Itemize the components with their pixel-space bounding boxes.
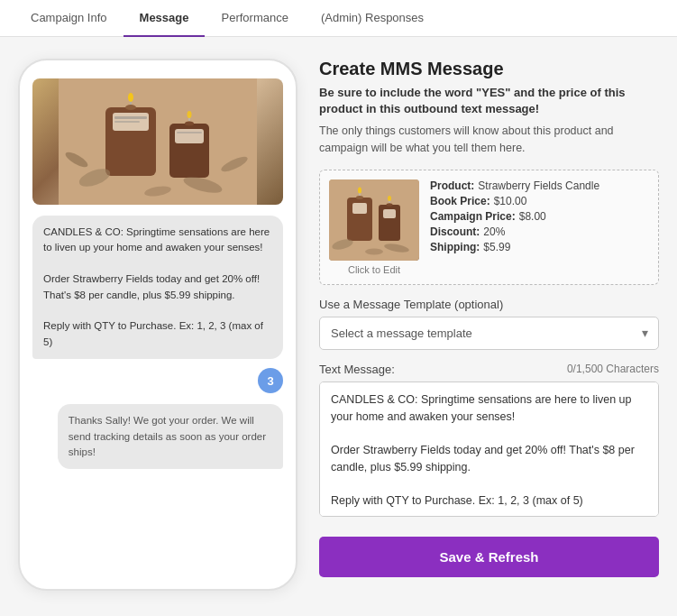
svg-rect-28 bbox=[383, 209, 396, 218]
message-badge: 3 bbox=[258, 368, 283, 393]
discount-value: 20% bbox=[483, 225, 505, 238]
svg-rect-11 bbox=[175, 129, 204, 143]
svg-point-31 bbox=[388, 196, 391, 201]
tab-campaign-info[interactable]: Campaign Info bbox=[14, 0, 124, 37]
product-info: Product: Strawberry Fields Candle Book P… bbox=[430, 179, 599, 275]
tab-performance[interactable]: Performance bbox=[205, 0, 304, 37]
svg-point-34 bbox=[365, 248, 383, 254]
campaign-price: $8.00 bbox=[519, 210, 546, 223]
product-card: Click to Edit Product: Strawberry Fields… bbox=[319, 170, 659, 285]
received-message-bubble: Thanks Sally! We got your order. We will… bbox=[58, 404, 283, 469]
svg-point-29 bbox=[387, 203, 393, 207]
shipping-label: Shipping: bbox=[430, 241, 480, 253]
discount-label: Discount: bbox=[430, 225, 480, 238]
svg-rect-4 bbox=[114, 116, 147, 119]
text-message-section: Text Message: 0/1,500 Characters CANDLES… bbox=[319, 363, 659, 520]
save-refresh-button[interactable]: Save & Refresh bbox=[319, 537, 659, 577]
panel-title: Create MMS Message bbox=[319, 59, 659, 79]
phone-mockup: CANDLES & CO: Springtime sensations are … bbox=[18, 59, 297, 591]
text-message-input[interactable]: CANDLES & CO: Springtime sensations are … bbox=[319, 382, 659, 517]
svg-rect-12 bbox=[177, 132, 202, 133]
product-name-label: Product: bbox=[430, 179, 474, 192]
tab-bar: Campaign Info Message Performance (Admin… bbox=[0, 0, 677, 37]
shipping-value: $5.99 bbox=[483, 241, 510, 253]
campaign-price-label: Campaign Price: bbox=[430, 210, 516, 223]
product-name: Strawberry Fields Candle bbox=[478, 179, 599, 192]
panel-description: The only things customers will know abou… bbox=[319, 123, 659, 157]
product-image bbox=[329, 179, 419, 261]
book-price-label: Book Price: bbox=[430, 195, 490, 207]
svg-point-13 bbox=[185, 122, 194, 126]
main-content: CANDLES & CO: Springtime sensations are … bbox=[0, 37, 677, 613]
char-count: 0/1,500 Characters bbox=[567, 363, 659, 375]
template-section-label: Use a Message Template (optional) bbox=[319, 298, 659, 311]
svg-point-6 bbox=[125, 105, 136, 110]
text-message-header: Text Message: 0/1,500 Characters bbox=[319, 363, 659, 376]
svg-rect-5 bbox=[114, 121, 140, 123]
phone-candle-image bbox=[32, 78, 283, 205]
svg-rect-23 bbox=[352, 203, 367, 214]
panel-subtitle: Be sure to include the word "YES" and th… bbox=[319, 85, 659, 117]
book-price: $10.00 bbox=[494, 195, 527, 207]
text-message-label: Text Message: bbox=[319, 363, 395, 376]
svg-point-8 bbox=[128, 93, 133, 102]
template-select-wrapper: Select a message template ▾ bbox=[319, 317, 659, 350]
tab-message[interactable]: Message bbox=[124, 0, 206, 37]
svg-point-24 bbox=[356, 196, 363, 199]
svg-point-26 bbox=[358, 187, 361, 193]
sent-message-bubble: CANDLES & CO: Springtime sensations are … bbox=[32, 216, 283, 359]
right-panel: Create MMS Message Be sure to include th… bbox=[319, 59, 659, 592]
svg-point-15 bbox=[188, 111, 192, 118]
click-to-edit-label[interactable]: Click to Edit bbox=[348, 264, 400, 275]
phone-container: CANDLES & CO: Springtime sensations are … bbox=[18, 59, 297, 592]
template-select[interactable]: Select a message template bbox=[319, 317, 659, 350]
template-section: Use a Message Template (optional) Select… bbox=[319, 298, 659, 350]
tab-admin-responses[interactable]: (Admin) Responses bbox=[305, 0, 440, 37]
